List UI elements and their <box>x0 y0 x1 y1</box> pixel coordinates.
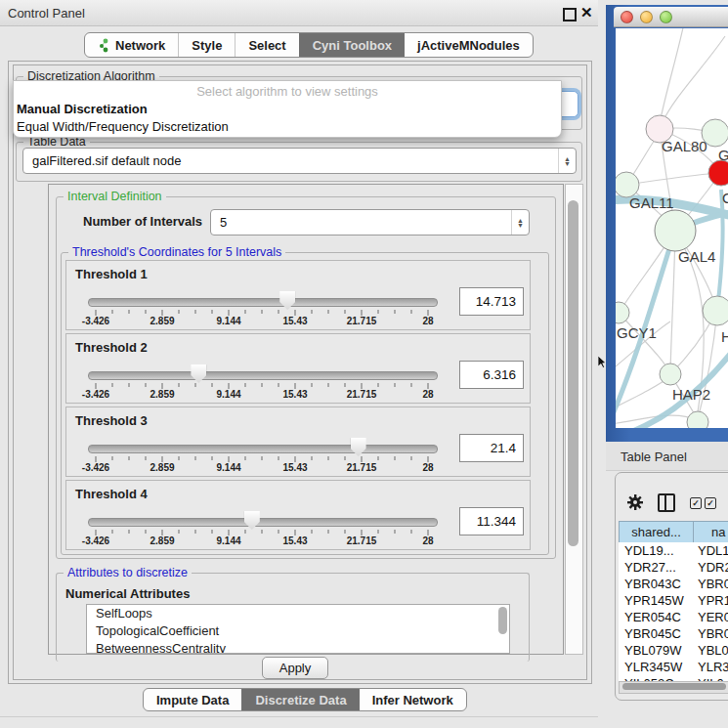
tab-style[interactable]: Style <box>178 33 235 57</box>
node-partial-right[interactable] <box>703 296 728 325</box>
tick-mark <box>212 456 213 460</box>
table-cell[interactable]: YBR0 <box>692 625 728 642</box>
tick-mark <box>378 456 379 460</box>
column-layout-icon[interactable] <box>658 493 675 512</box>
network-graph <box>616 28 728 428</box>
slider-thumb[interactable] <box>279 291 295 310</box>
float-window-icon[interactable] <box>563 8 577 21</box>
threshold-4-value-field[interactable] <box>459 507 524 535</box>
tab-network[interactable]: Network <box>85 33 178 57</box>
combo-stepper-icon: ▲▼ <box>511 210 529 235</box>
threshold-2-value-field[interactable] <box>459 361 524 389</box>
thresholds-group-title: Threshold's Coordinates for 5 Intervals <box>68 245 285 259</box>
list-item[interactable]: TopologicalCoefficient <box>87 622 509 640</box>
number-of-intervals-value: 5 <box>211 215 511 230</box>
table-cell[interactable]: YBR045C <box>619 625 692 642</box>
table-cell[interactable]: YBL079W <box>619 642 692 659</box>
screen: { "window": { "title": "Control Panel" }… <box>0 0 728 728</box>
slider-thumb[interactable] <box>191 364 206 383</box>
tab-select[interactable]: Select <box>235 33 298 57</box>
table-cell[interactable]: YDR2 <box>692 559 728 576</box>
tick-mark <box>146 310 147 314</box>
slider-thumb[interactable] <box>351 438 366 456</box>
control-panel-title: Control Panel <box>8 6 85 21</box>
algorithm-option-equal-width[interactable]: Equal Width/Frequency Discretization <box>14 118 561 136</box>
table-cell[interactable]: YBL0 <box>692 642 728 659</box>
tick-mark <box>212 310 213 314</box>
node-table[interactable]: YDL19...YDL1 YDR27...YDR2 YBR043CYBR0 YP… <box>619 542 728 681</box>
threshold-1-value-field[interactable] <box>459 287 524 316</box>
table-cell[interactable]: YDR27... <box>619 559 692 576</box>
node-selected-red[interactable] <box>708 160 728 186</box>
threshold-4-slider[interactable] <box>88 518 438 527</box>
list-item[interactable]: BetweennessCentrality <box>87 640 509 654</box>
table-cell[interactable]: YBR043C <box>619 576 692 592</box>
tab-jactivemnodules[interactable]: jActiveMNodules <box>405 33 533 57</box>
tick-mark <box>146 456 147 460</box>
threshold-3-value-field[interactable] <box>459 434 524 462</box>
node-gcy1[interactable] <box>616 302 629 323</box>
mac-zoom-icon[interactable] <box>660 11 672 23</box>
threshold-1-slider[interactable] <box>88 298 438 307</box>
scrollbar-thumb[interactable] <box>622 683 726 690</box>
threshold-2-slider[interactable] <box>88 371 438 380</box>
table-data-combobox-value: galFiltered.sif default node <box>23 153 558 168</box>
tick-label: 15.43 <box>282 316 307 326</box>
numerical-attributes-list[interactable]: SelfLoops TopologicalCoefficient Between… <box>86 604 510 654</box>
network-window-titlebar <box>614 7 728 27</box>
node-gal4[interactable] <box>655 210 696 251</box>
node-label-hap2: HAP2 <box>672 386 710 403</box>
tick-label: 28 <box>422 535 433 546</box>
scrollbar-thumb[interactable] <box>568 200 578 546</box>
node-partial-bottom[interactable] <box>687 411 708 428</box>
table-cell[interactable]: YBR0 <box>692 576 728 592</box>
gear-icon[interactable] <box>627 494 643 510</box>
table-cell[interactable]: YLR345W <box>619 659 692 675</box>
table-cell[interactable]: YDL19... <box>619 542 692 559</box>
attributes-group-title: Attributes to discretize <box>64 566 192 579</box>
tick-mark <box>179 456 180 460</box>
checkbox-icon[interactable]: ✓ <box>705 497 716 509</box>
checkbox-icon[interactable]: ✓ <box>690 497 702 509</box>
threshold-4-panel: Threshold 4 -3.4262.8599.14415.4321.7152… <box>65 480 531 550</box>
list-item[interactable]: SelfLoops <box>87 605 509 622</box>
tick-mark <box>179 530 180 534</box>
tick-mark <box>411 456 412 460</box>
tab-cyni-toolbox[interactable]: Cyni Toolbox <box>299 33 405 57</box>
tick-mark <box>395 383 396 387</box>
network-canvas[interactable]: GAL80 GA C GAL11 GAL4 H GCY1 HAP2 <box>616 28 728 428</box>
tab-impute-data[interactable]: Impute Data <box>144 689 241 710</box>
tab-infer-network[interactable]: Infer Network <box>360 689 466 710</box>
apply-button[interactable]: Apply <box>262 657 328 679</box>
tick-label: 28 <box>422 389 433 400</box>
close-icon[interactable]: ✕ <box>580 4 593 21</box>
tab-discretize-data[interactable]: Discretize Data <box>241 689 359 710</box>
slider-thumb[interactable] <box>244 511 260 530</box>
table-horizontal-scrollbar[interactable] <box>619 681 728 694</box>
threshold-3-slider[interactable] <box>88 445 438 453</box>
column-header-name[interactable]: na <box>693 521 728 543</box>
table-cell[interactable]: YPR1 <box>692 592 728 609</box>
column-header-shared-name[interactable]: shared... <box>619 521 694 543</box>
tick-label: -3.426 <box>82 389 109 400</box>
table-cell[interactable]: YER0 <box>692 609 728 625</box>
tick-label: 21.715 <box>347 535 377 546</box>
tick-label: 2.859 <box>150 462 174 473</box>
algorithm-option-manual[interactable]: Manual Discretization <box>14 101 561 118</box>
mac-close-icon[interactable] <box>621 11 633 23</box>
number-of-intervals-combobox[interactable]: 5 ▲▼ <box>210 209 530 236</box>
mac-minimize-icon[interactable] <box>640 11 653 23</box>
table-cell[interactable]: YDL1 <box>692 542 728 559</box>
table-data-combobox[interactable]: galFiltered.sif default node ▲▼ <box>22 148 577 174</box>
table-cell[interactable]: YPR145W <box>619 592 692 609</box>
algorithm-popup-placeholder[interactable]: Select algorithm to view settings <box>14 81 561 101</box>
list-scrollbar-thumb[interactable] <box>498 607 507 634</box>
tick-label: -3.426 <box>82 462 109 473</box>
table-cell[interactable]: YLR3 <box>692 659 728 675</box>
node-hap2[interactable] <box>660 364 681 385</box>
settings-vertical-scrollbar[interactable] <box>565 184 583 655</box>
tick-mark <box>112 530 113 534</box>
table-cell[interactable]: YER054C <box>619 609 692 625</box>
tick-mark <box>245 310 246 314</box>
threshold-2-panel: Threshold 2 -3.4262.8599.14415.4321.7152… <box>65 333 531 404</box>
